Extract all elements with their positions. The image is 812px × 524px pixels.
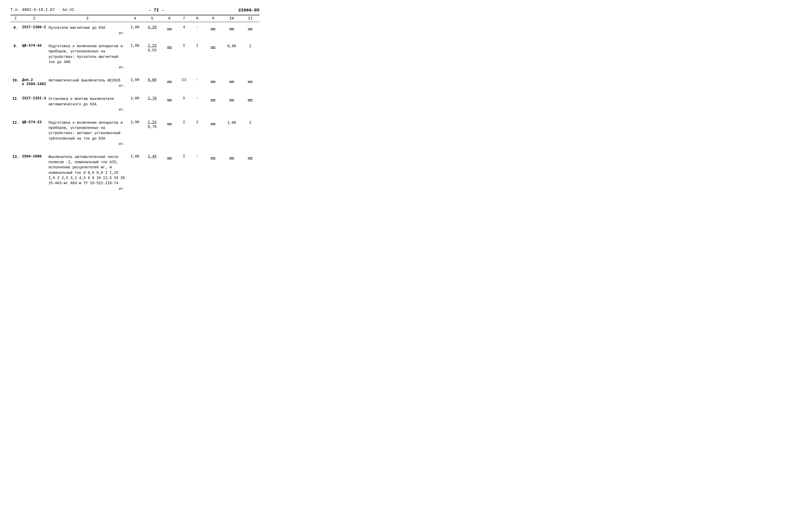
row-description: Пускатели магнитные до 63Ашт. xyxy=(48,22,127,38)
col6-value xyxy=(161,40,177,71)
page-number: - 7I - xyxy=(148,8,164,13)
doc-code: 22666-05 xyxy=(238,8,260,13)
col4-value: I,00 xyxy=(127,22,143,38)
col5-single: 6,60 xyxy=(148,78,157,82)
col9-value xyxy=(204,117,223,148)
col4-value: 2,00 xyxy=(127,75,143,90)
col6-value xyxy=(161,151,177,193)
col-header-6: 6 xyxy=(161,15,177,22)
unit-text: шт. xyxy=(49,83,126,88)
col7-value: 5 xyxy=(177,93,191,114)
header-left: Т.п. 090I-9-I9.I.87 Ал.VI xyxy=(11,8,74,12)
col5-single: I,45 xyxy=(148,154,157,159)
row-number: I0. xyxy=(11,75,21,90)
col4-value: I,00 xyxy=(127,40,143,71)
spacer-row xyxy=(11,71,260,75)
col7-value: I xyxy=(177,151,191,193)
equals-sign xyxy=(211,47,215,49)
col-header-10: I0 xyxy=(223,15,241,22)
col11-value: I xyxy=(241,40,260,71)
row-description: Выключатель автоматический число полюсов… xyxy=(48,151,127,193)
fraction-value: I,I50,55 xyxy=(148,44,157,53)
col-header-3: 3 xyxy=(48,15,127,22)
spacer-row xyxy=(11,90,260,93)
col8-value: I xyxy=(191,40,204,71)
unit-text: шт. xyxy=(49,108,126,112)
row-number: 8. xyxy=(11,22,21,38)
col-header-7: 7 xyxy=(177,15,191,22)
row-code: Доп.2 к I504-I40I xyxy=(21,75,48,90)
col7-value: 2 xyxy=(177,117,191,148)
spacer-row xyxy=(11,148,260,151)
col9-value xyxy=(204,151,223,193)
col9-value xyxy=(204,93,223,114)
col5-value: 2,70 xyxy=(143,93,161,114)
row-code: I504-I006 xyxy=(21,151,48,193)
col10-value xyxy=(223,93,241,114)
col6-value xyxy=(161,117,177,148)
col8-value: - xyxy=(191,93,204,114)
column-headers: I 2 3 4 5 6 7 8 9 I0 II xyxy=(11,15,260,22)
col-header-5: 5 xyxy=(143,15,161,22)
col4-value: I,00 xyxy=(127,151,143,193)
col11-value xyxy=(241,151,260,193)
col10-value xyxy=(223,151,241,193)
col7-value: I xyxy=(177,40,191,71)
col10-value: 0,90 xyxy=(223,40,241,71)
table-row: I0.Доп.2 к I504-I40IАвтоматический выклю… xyxy=(11,75,260,90)
row-number: II. xyxy=(11,93,21,114)
row-code: I5I7-I386-I xyxy=(21,22,48,38)
equals-sign xyxy=(229,28,234,30)
col5-single: 4,20 xyxy=(148,25,157,29)
row-code: ЦВ-574-23 xyxy=(21,117,48,148)
col9-value xyxy=(204,22,223,38)
col5-value: I,45 xyxy=(143,151,161,193)
description-text: Автоматический выключатель АЕ2026 xyxy=(49,78,120,82)
fraction-bottom: 0,78 xyxy=(148,125,157,129)
col-header-11: II xyxy=(241,15,260,22)
col7-value: 4 xyxy=(177,22,191,38)
col5-value: I,I50,55 xyxy=(143,40,161,71)
equals-sign xyxy=(229,158,234,159)
col4-value: 2,00 xyxy=(127,117,143,148)
description-text: Установка и монтаж выключателя автоматич… xyxy=(49,97,114,106)
equals-sign xyxy=(211,99,215,101)
equals-sign xyxy=(248,158,253,159)
equals-sign xyxy=(229,99,234,101)
equals-sign xyxy=(167,47,172,49)
equals-sign xyxy=(167,99,172,101)
description-text: Подготовка к включению аппаратов и прибо… xyxy=(49,44,123,64)
table-row: I2.ЦВ-574-23Подготовка к включению аппар… xyxy=(11,117,260,148)
table-row: II.I5I7-I35I-3Установка и монтаж выключа… xyxy=(11,93,260,114)
col8-value: - xyxy=(191,75,204,90)
equals-sign xyxy=(211,28,215,30)
row-number: I3. xyxy=(11,151,21,193)
row-number: 9. xyxy=(11,40,21,71)
col-header-2: 2 xyxy=(21,15,48,22)
col10-value xyxy=(223,22,241,38)
col-header-4: 4 xyxy=(127,15,143,22)
spacer-row xyxy=(11,193,260,196)
table-row: 9.ЦВ-574-44Подготовка к включению аппара… xyxy=(11,40,260,71)
col5-value: 4,20 xyxy=(143,22,161,38)
description-text: Подготовка к включению аппаратов и прибо… xyxy=(49,121,123,141)
col-header-8: 8 xyxy=(191,15,204,22)
section-label: Ал.VI xyxy=(63,8,74,12)
col7-value: I3 xyxy=(177,75,191,90)
row-description: Подготовка к включению аппаратов и прибо… xyxy=(48,117,127,148)
col-header-1: I xyxy=(11,15,21,22)
row-code: ЦВ-574-44 xyxy=(21,40,48,71)
description-text: Выключатель автоматический число полюсов… xyxy=(49,155,125,185)
col11-value xyxy=(241,22,260,38)
unit-text: шт. xyxy=(49,65,126,70)
col5-value: 6,60 xyxy=(143,75,161,90)
col-header-9: 9 xyxy=(204,15,223,22)
row-description: Автоматический выключатель АЕ2026шт. xyxy=(48,75,127,90)
table-row: I3.I504-I006Выключатель автоматический ч… xyxy=(11,151,260,193)
spacer-row xyxy=(11,37,260,40)
unit-text: шт. xyxy=(49,142,126,147)
col10-value xyxy=(223,75,241,90)
page-header: Т.п. 090I-9-I9.I.87 Ал.VI - 7I - 22666-0… xyxy=(11,8,260,13)
unit-text: шт. xyxy=(49,186,126,192)
col4-value: 2,00 xyxy=(127,93,143,114)
